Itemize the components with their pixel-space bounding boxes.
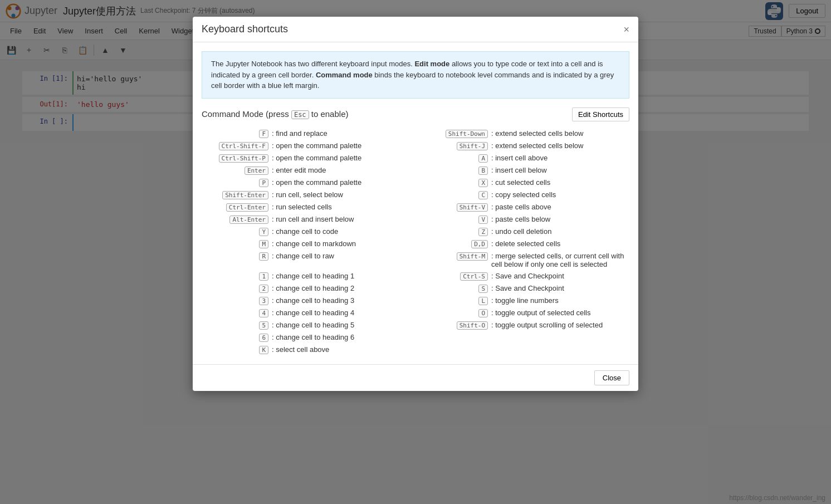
shortcut-row-right: S: Save and Checkpoint [421,283,629,294]
shortcut-row-left: Y: change cell to code [202,226,410,237]
shortcut-row-left: Shift-Enter: run cell, select below [202,189,410,200]
info-box: The Jupyter Notebook has two different k… [202,51,629,99]
info-edit-mode: Edit mode [414,60,449,68]
shortcut-row-left: 5: change cell to heading 5 [202,320,410,331]
shortcut-desc: : open the command palette [272,154,361,162]
info-command-mode: Command mode [316,71,373,79]
shortcut-desc: : copy selected cells [491,190,556,199]
shortcut-row-right: X: cut selected cells [421,177,629,188]
keyboard-shortcuts-modal: Keyboard shortcuts × The Jupyter Noteboo… [193,17,638,391]
shortcut-key: M [202,239,268,248]
shortcut-row-left: Enter: enter edit mode [202,165,410,176]
info-text-1: The Jupyter Notebook has two different k… [211,60,414,68]
shortcut-desc: : change cell to heading 1 [272,272,354,280]
shortcut-row-right: Shift-V: paste cells above [421,202,629,213]
shortcut-key: F [202,129,268,138]
shortcut-desc: : merge selected cells, or current cell … [491,252,629,268]
shortcut-desc: : change cell to heading 6 [272,333,354,341]
shortcut-desc: : run cell, select below [272,190,343,199]
shortcut-key: Shift-M [421,252,488,261]
shortcut-desc: : extend selected cells below [491,129,583,138]
shortcut-key: Alt-Enter [202,215,268,224]
shortcut-desc: : paste cells below [491,215,550,223]
shortcut-key: L [421,296,488,305]
shortcut-desc: : change cell to heading 2 [272,284,354,292]
shortcut-key: 6 [202,333,268,342]
shortcut-desc: : Save and Checkpoint [491,272,564,280]
shortcut-row-left: P: open the command palette [202,177,410,188]
shortcut-row-left: 3: change cell to heading 3 [202,295,410,306]
shortcut-row-left: 4: change cell to heading 4 [202,307,410,319]
shortcut-key: R [202,252,268,261]
modal-header: Keyboard shortcuts × [193,17,638,42]
shortcut-key: A [421,154,488,163]
shortcut-key: Shift-Enter [202,190,268,199]
shortcut-desc: : cut selected cells [491,178,550,187]
shortcut-key: P [202,178,268,187]
shortcut-desc: : run cell and insert below [272,215,354,223]
shortcut-desc: : toggle line numbers [491,296,559,305]
section-header: Command Mode (press Esc to enable) Edit … [202,107,629,121]
shortcut-row-left: K: select cell above [202,344,410,355]
shortcut-desc: : change cell to code [272,227,338,236]
shortcut-key: 5 [202,321,268,330]
shortcut-key: Ctrl-Enter [202,203,268,212]
shortcut-row-left: 1: change cell to heading 1 [202,271,410,282]
shortcut-desc: : open the command palette [272,141,361,150]
shortcut-row-left: Alt-Enter: run cell and insert below [202,214,410,225]
shortcut-row-right: B: insert cell below [421,165,629,176]
shortcut-desc: : open the command palette [272,178,361,187]
edit-shortcuts-button[interactable]: Edit Shortcuts [572,107,629,121]
shortcut-key: S [421,284,488,293]
shortcut-desc: : delete selected cells [491,239,560,248]
shortcut-desc: : enter edit mode [272,166,326,174]
shortcut-key: Shift-O [421,321,488,330]
shortcut-row-right [421,332,629,343]
esc-key: Esc [291,110,309,119]
shortcut-key: Ctrl-S [421,272,488,281]
shortcut-key: Shift-V [421,203,488,212]
shortcut-key: Shift-Down [421,129,488,138]
shortcut-row-left: Ctrl-Enter: run selected cells [202,202,410,213]
shortcut-row-right [421,344,629,355]
shortcut-row-left: Ctrl-Shift-P: open the command palette [202,153,410,164]
shortcut-row-right: Ctrl-S: Save and Checkpoint [421,271,629,282]
shortcut-key: O [421,309,488,317]
shortcut-key: Ctrl-Shift-P [202,154,268,163]
shortcut-row-left: R: change cell to raw [202,251,410,270]
shortcut-row-left: F: find and replace [202,128,410,139]
shortcut-desc: : paste cells above [491,203,551,211]
shortcut-key: 3 [202,296,268,305]
modal-footer: Close [193,364,638,391]
shortcut-row-right: C: copy selected cells [421,189,629,200]
shortcut-key: Y [202,227,268,236]
shortcut-row-left: M: change cell to markdown [202,238,410,249]
modal-title: Keyboard shortcuts [202,23,288,35]
shortcut-row-right: A: insert cell above [421,153,629,164]
shortcut-key: 4 [202,309,268,317]
shortcut-row-right: L: toggle line numbers [421,295,629,306]
modal-close-button[interactable]: × [623,25,629,35]
shortcut-desc: : toggle output of selected cells [491,309,591,317]
shortcut-row-right: V: paste cells below [421,214,629,225]
shortcut-row-left: 2: change cell to heading 2 [202,283,410,294]
shortcut-row-right: O: toggle output of selected cells [421,307,629,319]
shortcut-row-right: Shift-Down: extend selected cells below [421,128,629,139]
modal-overlay: Keyboard shortcuts × The Jupyter Noteboo… [0,0,831,504]
shortcut-key: V [421,215,488,224]
shortcut-key: 1 [202,272,268,281]
shortcut-key: Enter [202,166,268,175]
footer-close-button[interactable]: Close [594,370,629,385]
modal-body[interactable]: The Jupyter Notebook has two different k… [193,42,638,364]
shortcut-key: Z [421,227,488,236]
shortcut-key: D,D [421,239,488,248]
shortcut-desc: : find and replace [272,129,327,138]
shortcut-row-right: Shift-M: merge selected cells, or curren… [421,251,629,270]
shortcut-key: C [421,190,488,199]
shortcut-key: Shift-J [421,141,488,150]
shortcut-row-right: Z: undo cell deletion [421,226,629,237]
shortcut-desc: : select cell above [272,345,329,354]
shortcut-desc: : insert cell below [491,166,547,174]
shortcut-desc: : toggle output scrolling of selected [491,321,603,329]
shortcut-key: 2 [202,284,268,293]
